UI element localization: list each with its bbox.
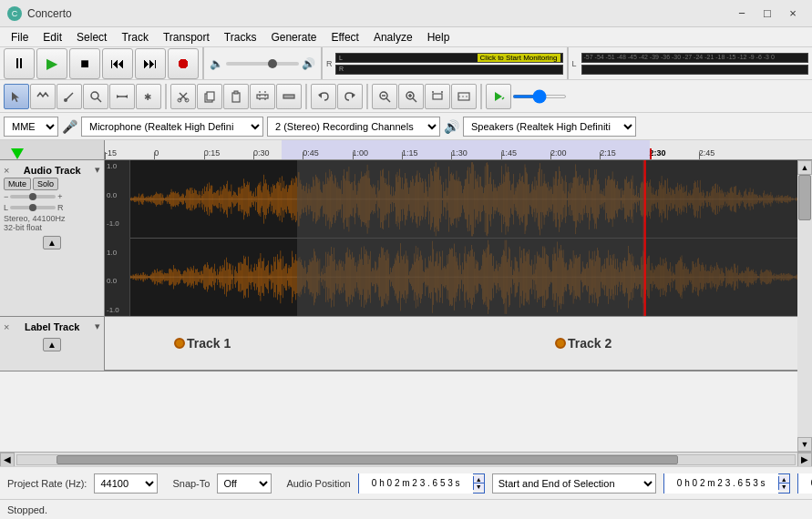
svg-rect-15 [234,91,238,94]
zoom-out-button[interactable] [372,84,397,109]
menu-item-help[interactable]: Help [420,29,457,46]
skip-back-button[interactable]: ⏮ [102,48,133,79]
copy-button[interactable] [197,84,222,109]
ruler-timeline[interactable]: -15 0 0:15 0:30 0:45 1:00 1:15 1:30 [105,140,812,160]
record-button[interactable]: ⏺ [168,48,199,79]
redo-button[interactable] [337,84,363,109]
pos1-down[interactable]: ▼ [474,483,484,490]
audio-track-dropdown[interactable]: ▾ [95,164,100,176]
output-volume-slider[interactable] [226,62,299,66]
timeshift-tool-button[interactable] [109,84,135,109]
solo-button[interactable]: Solo [33,178,58,190]
menu-item-analyze[interactable]: Analyze [366,29,420,46]
cut-button[interactable] [170,84,196,109]
sel-start-input[interactable] [664,473,778,494]
pos2-down[interactable]: ▼ [779,483,789,490]
skip-forward-button[interactable]: ⏭ [135,48,166,79]
waveform-container[interactable]: 1.0 0.0 -1.0 1.0 0.0 -1.0 [105,160,797,316]
undo-button[interactable] [311,84,336,109]
ruler-wrapper: -15 0 0:15 0:30 0:45 1:00 1:15 1:30 [0,140,812,160]
play-speed-slider[interactable] [512,95,567,98]
speaker-icon: 🔊 [444,119,459,134]
paste-button[interactable] [223,84,249,109]
pos2-up[interactable]: ▲ [779,476,789,483]
audio-track-close[interactable]: × [4,165,9,176]
audio-position-input[interactable] [359,473,473,494]
status-bar: Stopped. [0,499,812,519]
channels-select[interactable]: 2 (Stereo) Recording Channels [267,117,440,137]
sel-start-end-select[interactable]: Start and End of Selection [492,473,656,494]
snap-to-select[interactable]: Off [217,473,272,494]
svg-point-1 [64,98,67,102]
label-track-close[interactable]: × [4,321,9,332]
draw-tool-button[interactable] [57,84,82,109]
vscroll-up[interactable]: ▲ [797,160,812,175]
maximize-button[interactable]: □ [755,5,779,23]
play-button[interactable]: ▶ [36,48,67,79]
ruler-spacer [0,140,105,160]
label-track-dropdown[interactable]: ▾ [95,321,100,332]
pan-l-label: L [4,203,8,212]
playhead-line-ruler [650,148,652,159]
volume-down-icon: 🔈 [210,57,223,70]
audio-track-name: Audio Track [24,165,81,176]
envelope-tool-button[interactable] [30,84,56,109]
minimize-button[interactable]: − [730,5,754,23]
record-monitor-btn[interactable]: Click to Start Monitoring [478,54,560,62]
scale-top1: 1.0 [107,162,128,170]
hscrollbar: ◀ ▶ [0,452,812,466]
label-track-content[interactable]: Track 1 Track 2 [105,317,797,371]
scale-mid2: 0.0 [107,277,128,285]
toolbar-row2: ✱ [0,80,812,113]
zoom-tool-button[interactable] [83,84,108,109]
hscroll-track [16,454,796,465]
label-track-collapse[interactable]: ▲ [43,338,61,351]
zoom-fit-button[interactable] [451,84,477,109]
label-track-row: × Label Track ▾ ▲ [0,317,797,371]
pos3-container: ▲ ▼ [797,473,812,494]
vscroll-thumb[interactable] [798,175,811,220]
pos2-container: ▲ ▼ [663,473,790,494]
zoom-in-button[interactable] [398,84,424,109]
stop-button[interactable]: ■ [69,48,100,79]
svg-rect-19 [283,95,294,98]
menu-item-generate[interactable]: Generate [263,29,324,46]
hscroll-right-button[interactable]: ▶ [797,453,812,467]
sel-end-input[interactable] [798,473,812,494]
menu-item-select[interactable]: Select [69,29,114,46]
speaker-select[interactable]: Speakers (Realtek High Definiti [463,117,636,137]
record-ch-l: L [339,55,343,61]
silence-button[interactable] [276,84,302,109]
pause-button[interactable]: ⏸ [4,48,35,79]
separator4 [480,84,482,109]
multi-tool-button[interactable]: ✱ [136,84,161,109]
project-rate-select[interactable]: 44100 [94,473,158,494]
play-at-speed-button[interactable] [486,84,511,109]
menu-item-file[interactable]: File [4,29,36,46]
zoom-selection-button[interactable] [425,84,450,109]
audio-track-header: × Audio Track ▾ Mute Solo − [0,160,105,316]
svg-line-35 [502,97,504,99]
waveform-display[interactable] [130,160,797,316]
label-track1[interactable]: Track 1 [174,336,231,351]
menu-item-effect[interactable]: Effect [324,29,365,46]
mute-button[interactable]: Mute [4,178,31,190]
host-select[interactable]: MME [4,117,58,137]
pos1-up[interactable]: ▲ [474,476,484,483]
hscroll-left-button[interactable]: ◀ [0,453,15,467]
menu-item-edit[interactable]: Edit [36,29,69,46]
close-button[interactable]: × [781,5,805,23]
hscroll-thumb[interactable] [57,455,678,464]
select-tool-button[interactable] [4,84,29,109]
vscroll-down[interactable]: ▼ [797,437,812,452]
audio-position-label: Audio Position [286,478,350,489]
menu-item-tracks[interactable]: Tracks [217,29,264,46]
menu-item-transport[interactable]: Transport [156,29,217,46]
audio-track-collapse[interactable]: ▲ [43,236,61,249]
trim-button[interactable] [250,84,275,109]
menu-item-track[interactable]: Track [114,29,156,46]
gain-slider[interactable] [10,195,56,198]
microphone-select[interactable]: Microphone (Realtek High Defini [81,117,263,137]
pan-slider[interactable] [10,206,56,209]
label-track2[interactable]: Track 2 [555,336,612,351]
